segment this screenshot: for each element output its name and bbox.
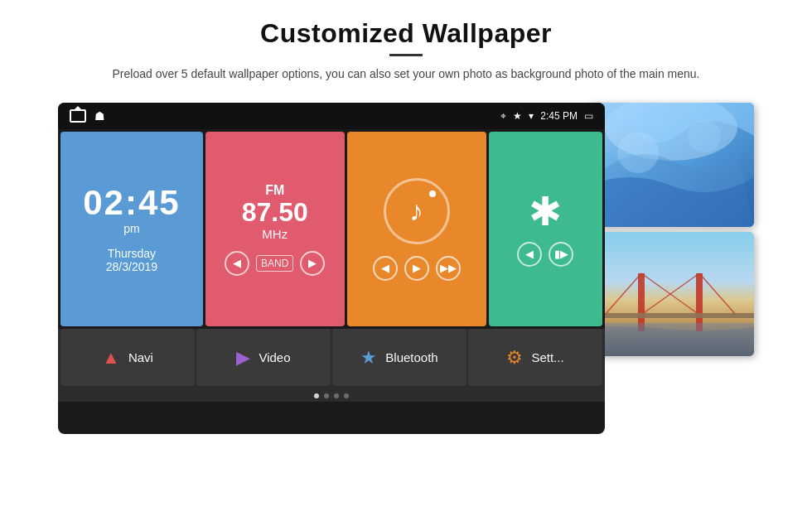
- wifi-icon: ▾: [529, 110, 534, 122]
- widget-music[interactable]: ♪ ◀ ▶ ▶▶: [347, 132, 486, 326]
- widget-clock[interactable]: 02:45 pm Thursday 28/3/2019: [60, 132, 203, 326]
- status-bar: ☗ ⌖ ★ ▾ 2:45 PM ▭: [58, 103, 605, 129]
- clock-day: Thursday: [108, 247, 156, 260]
- svg-point-3: [688, 119, 721, 152]
- status-time: 2:45 PM: [540, 110, 578, 122]
- battery-icon: ▭: [584, 110, 593, 122]
- svg-rect-5: [638, 273, 645, 331]
- dot-3[interactable]: [334, 393, 339, 398]
- svg-rect-6: [696, 273, 703, 331]
- music-icon-wrap: ♪: [384, 178, 450, 244]
- music-dot: [429, 190, 436, 197]
- nav-navi-label: Navi: [128, 350, 153, 364]
- fm-unit: MHz: [262, 227, 288, 241]
- clock-ampm: pm: [123, 222, 139, 235]
- widget-bluetooth[interactable]: ✱ ◀ ▮▶: [489, 132, 602, 326]
- nav-bluetooth-label: Bluetooth: [385, 350, 437, 364]
- location-icon: ⌖: [500, 110, 506, 122]
- widgets-row: 02:45 pm Thursday 28/3/2019 FM 87.50 MHz…: [58, 129, 605, 326]
- page-subtitle: Preload over 5 default wallpaper options…: [108, 65, 704, 83]
- device-frame: ☗ ⌖ ★ ▾ 2:45 PM ▭ 02:45 pm Thursday 28/3…: [58, 103, 605, 434]
- clock-date: 28/3/2019: [106, 260, 157, 273]
- video-icon: ▶: [236, 347, 250, 369]
- bt-prev-button[interactable]: ◀: [517, 242, 542, 267]
- fm-frequency: 87.50: [242, 198, 308, 227]
- nav-video[interactable]: ▶ Video: [196, 329, 331, 386]
- music-controls: ◀ ▶ ▶▶: [373, 256, 461, 281]
- nav-bluetooth[interactable]: ★ Bluetooth: [332, 329, 466, 386]
- nav-settings-label: Sett...: [531, 350, 563, 364]
- fm-prev-button[interactable]: ◀: [225, 251, 249, 276]
- dot-4[interactable]: [344, 393, 349, 398]
- side-photos: [588, 103, 754, 356]
- fm-controls: ◀ BAND ▶: [225, 251, 325, 276]
- dot-2[interactable]: [324, 393, 329, 398]
- widget-fm[interactable]: FM 87.50 MHz ◀ BAND ▶: [205, 132, 345, 326]
- wallpaper-bridge[interactable]: [588, 232, 754, 356]
- main-content: ☗ ⌖ ★ ▾ 2:45 PM ▭ 02:45 pm Thursday 28/3…: [0, 91, 812, 434]
- status-left: ☗: [70, 109, 105, 123]
- bluetooth-status-icon: ★: [513, 110, 522, 122]
- nav-video-label: Video: [259, 350, 290, 364]
- clock-time: 02:45: [83, 186, 180, 220]
- music-note-icon: ♪: [409, 195, 423, 227]
- dots-bar: [58, 388, 605, 402]
- usb-icon: ☗: [94, 109, 105, 123]
- status-right: ⌖ ★ ▾ 2:45 PM ▭: [500, 110, 593, 122]
- home-icon: [70, 109, 86, 123]
- page-header: Customized Wallpaper Preload over 5 defa…: [0, 0, 812, 91]
- svg-rect-11: [588, 313, 754, 318]
- page-title: Customized Wallpaper: [50, 18, 762, 49]
- music-prev-button[interactable]: ◀: [373, 256, 398, 281]
- bt-controls: ◀ ▮▶: [517, 242, 573, 267]
- bt-skip-button[interactable]: ▮▶: [549, 242, 573, 267]
- fm-band-button[interactable]: BAND: [256, 255, 293, 272]
- music-next-button[interactable]: ▶▶: [436, 256, 461, 281]
- navi-icon: ▲: [102, 347, 120, 369]
- fm-next-button[interactable]: ▶: [300, 251, 325, 276]
- nav-bluetooth-icon: ★: [360, 347, 377, 369]
- nav-settings[interactable]: ⚙ Sett...: [468, 329, 602, 386]
- bluetooth-icon: ✱: [529, 192, 562, 232]
- fm-label: FM: [265, 183, 284, 198]
- music-play-button[interactable]: ▶: [404, 256, 429, 281]
- title-underline: [389, 54, 423, 56]
- nav-navi[interactable]: ▲ Navi: [60, 329, 195, 386]
- wallpaper-ice-cave[interactable]: [588, 103, 754, 227]
- svg-point-2: [617, 132, 659, 173]
- dot-1[interactable]: [314, 393, 319, 398]
- settings-icon: ⚙: [506, 347, 523, 369]
- bottom-nav: ▲ Navi ▶ Video ★ Bluetooth ⚙ Sett...: [58, 329, 605, 388]
